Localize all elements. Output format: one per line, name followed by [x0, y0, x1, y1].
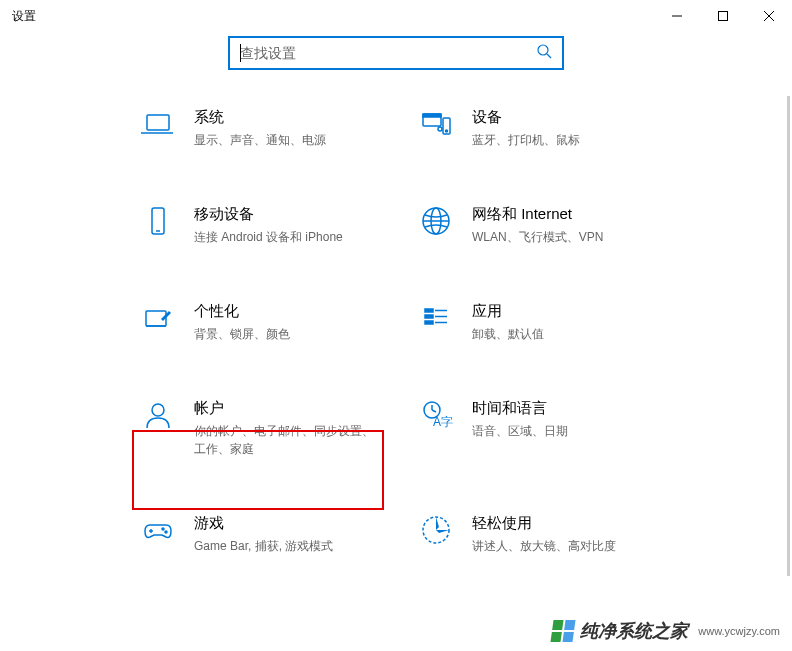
- category-time-language[interactable]: A字 时间和语言 语音、区域、日期: [418, 397, 672, 458]
- category-title: 应用: [472, 302, 544, 321]
- svg-point-33: [162, 528, 164, 530]
- category-text: 游戏 Game Bar, 捕获, 游戏模式: [194, 512, 333, 555]
- category-network[interactable]: 网络和 Internet WLAN、飞行模式、VPN: [418, 203, 672, 246]
- scrollbar[interactable]: [787, 96, 790, 576]
- category-system[interactable]: 系统 显示、声音、通知、电源: [140, 106, 394, 149]
- category-desc: 连接 Android 设备和 iPhone: [194, 228, 343, 246]
- svg-text:A字: A字: [433, 415, 453, 429]
- category-text: 个性化 背景、锁屏、颜色: [194, 300, 290, 343]
- category-desc: 蓝牙、打印机、鼠标: [472, 131, 580, 149]
- category-title: 时间和语言: [472, 399, 568, 418]
- svg-rect-20: [425, 309, 433, 312]
- time-lang-icon: A字: [418, 397, 454, 433]
- category-accounts[interactable]: 帐户 你的帐户、电子邮件、同步设置、工作、家庭: [140, 397, 394, 458]
- devices-icon: [418, 106, 454, 142]
- search-icon[interactable]: [536, 43, 552, 63]
- category-desc: Game Bar, 捕获, 游戏模式: [194, 537, 333, 555]
- svg-rect-6: [147, 115, 169, 130]
- apps-icon: [418, 300, 454, 336]
- category-ease-of-access[interactable]: 轻松使用 讲述人、放大镜、高对比度: [418, 512, 672, 555]
- watermark-url: www.ycwjzy.com: [698, 625, 780, 637]
- globe-icon: [418, 203, 454, 239]
- close-button[interactable]: [746, 0, 792, 32]
- text-cursor: [240, 44, 241, 62]
- search-input[interactable]: [240, 45, 536, 61]
- person-icon: [140, 397, 176, 433]
- svg-rect-22: [425, 315, 433, 318]
- category-desc: 卸载、默认值: [472, 325, 544, 343]
- category-devices[interactable]: 设备 蓝牙、打印机、鼠标: [418, 106, 672, 149]
- category-title: 轻松使用: [472, 514, 616, 533]
- category-desc: 讲述人、放大镜、高对比度: [472, 537, 616, 555]
- minimize-button[interactable]: [654, 0, 700, 32]
- category-text: 系统 显示、声音、通知、电源: [194, 106, 326, 149]
- svg-point-34: [165, 531, 167, 533]
- category-apps[interactable]: 应用 卸载、默认值: [418, 300, 672, 343]
- category-text: 轻松使用 讲述人、放大镜、高对比度: [472, 512, 616, 555]
- maximize-button[interactable]: [700, 0, 746, 32]
- category-title: 系统: [194, 108, 326, 127]
- gaming-icon: [140, 512, 176, 548]
- titlebar: 设置: [0, 0, 792, 32]
- svg-rect-24: [425, 321, 433, 324]
- svg-point-26: [152, 404, 164, 416]
- category-desc: 背景、锁屏、颜色: [194, 325, 290, 343]
- watermark-text: 纯净系统之家: [580, 619, 688, 643]
- category-desc: 显示、声音、通知、电源: [194, 131, 326, 149]
- phone-icon: [140, 203, 176, 239]
- category-title: 移动设备: [194, 205, 343, 224]
- ease-icon: [418, 512, 454, 548]
- category-title: 个性化: [194, 302, 290, 321]
- laptop-icon: [140, 106, 176, 142]
- category-phone[interactable]: 移动设备 连接 Android 设备和 iPhone: [140, 203, 394, 246]
- watermark: 纯净系统之家 www.ycwjzy.com: [552, 619, 780, 643]
- category-desc: WLAN、飞行模式、VPN: [472, 228, 603, 246]
- category-personalization[interactable]: 个性化 背景、锁屏、颜色: [140, 300, 394, 343]
- category-text: 设备 蓝牙、打印机、鼠标: [472, 106, 580, 149]
- category-text: 时间和语言 语音、区域、日期: [472, 397, 568, 440]
- category-desc: 你的帐户、电子邮件、同步设置、工作、家庭: [194, 422, 374, 458]
- category-text: 应用 卸载、默认值: [472, 300, 544, 343]
- personalize-icon: [140, 300, 176, 336]
- category-text: 移动设备 连接 Android 设备和 iPhone: [194, 203, 343, 246]
- svg-line-5: [547, 54, 551, 58]
- category-text: 网络和 Internet WLAN、飞行模式、VPN: [472, 203, 603, 246]
- svg-rect-9: [423, 114, 441, 117]
- category-title: 游戏: [194, 514, 333, 533]
- category-gaming[interactable]: 游戏 Game Bar, 捕获, 游戏模式: [140, 512, 394, 555]
- search-container: [0, 36, 792, 70]
- svg-point-4: [538, 45, 548, 55]
- svg-point-12: [438, 127, 442, 131]
- category-title: 网络和 Internet: [472, 205, 603, 224]
- window-title: 设置: [12, 8, 36, 25]
- svg-point-11: [446, 130, 448, 132]
- category-desc: 语音、区域、日期: [472, 422, 568, 440]
- watermark-logo-icon: [551, 620, 576, 642]
- category-text: 帐户 你的帐户、电子邮件、同步设置、工作、家庭: [194, 397, 374, 458]
- categories-grid: 系统 显示、声音、通知、电源 设备 蓝牙、打印机、鼠标 移动设: [0, 106, 792, 555]
- svg-rect-1: [719, 12, 728, 21]
- search-box[interactable]: [228, 36, 564, 70]
- window-controls: [654, 0, 792, 32]
- category-title: 帐户: [194, 399, 374, 418]
- svg-line-29: [432, 410, 436, 412]
- svg-rect-13: [152, 208, 164, 234]
- category-title: 设备: [472, 108, 580, 127]
